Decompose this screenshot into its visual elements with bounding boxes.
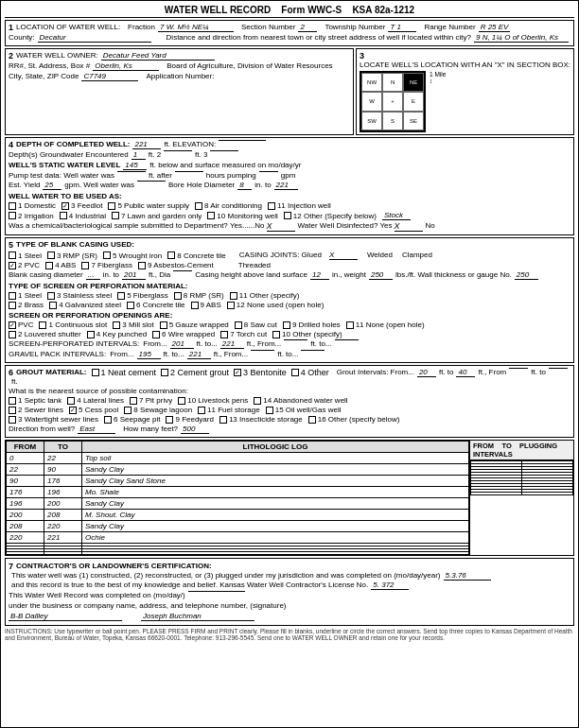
open-cont-slot-label: 1 Continuous slot <box>48 321 107 329</box>
lith-header-from: FROM <box>7 442 44 453</box>
screen-from1: 201 <box>170 339 194 349</box>
use-1-label: 1 Domestic <box>18 201 56 210</box>
screen-to-label: ft. to... <box>197 339 218 348</box>
grout-bentonite-label: 3 Bentonite <box>243 368 287 377</box>
screen-label: TYPE OF SCREEN OR PERFORATION MATERIAL: <box>9 282 187 290</box>
grout-from2 <box>509 368 528 369</box>
casing-fiberglass-label: 7 Fiberglass <box>91 261 132 269</box>
gravel-to-extra-label: ft. to... <box>277 350 298 358</box>
cont-cess: 5 Cess pool <box>69 406 118 414</box>
use-2-item: 2 Irrigation <box>9 211 54 220</box>
screen-fiberglass: 5 Fiberglass <box>117 291 168 300</box>
open-none-cb <box>346 321 354 329</box>
cont-seepage: 6 Seepage pit <box>104 415 160 424</box>
pump-val1 <box>117 171 146 172</box>
lith-row: 022Top soil <box>7 453 469 464</box>
cont-livestock-cb <box>178 397 185 405</box>
instructions: INSTRUCTIONS: Use typewriter or ball poi… <box>5 628 574 641</box>
ft3-label: ft. 3 <box>195 150 207 159</box>
section-7-cert: 7 CONTRACTOR'S OR LANDOWNER'S CERTIFICAT… <box>5 558 574 626</box>
use-10-cb <box>207 212 215 219</box>
township-label: Township Number <box>325 23 385 31</box>
open-gauze-cb <box>160 321 167 329</box>
gravel-to-label: ft. to... <box>164 350 184 358</box>
lith-row: 90176Sandy Clay Sand Stone <box>7 476 469 487</box>
grout-ft2: ft. <box>11 377 18 386</box>
plug-header: FROM TO PLUGGING INTERVALS <box>470 441 573 460</box>
lith-from: 208 <box>7 521 44 532</box>
open-drilled-cb <box>283 321 290 329</box>
lith-to: 208 <box>44 510 82 521</box>
cont-lateral-cb <box>67 397 75 405</box>
cont-seepage-cb <box>104 416 112 424</box>
cont-watertight-label: 3 Watertight sewer lines <box>18 415 98 424</box>
lith-desc: Sandy Clay Sand Stone <box>82 476 469 487</box>
open-louver-cb <box>9 331 16 338</box>
screen-steel: 1 Steel <box>9 291 42 300</box>
lith-to <box>44 552 82 555</box>
use-4-item: 4 Industrial <box>60 211 106 220</box>
section-num-label: Section Number <box>241 23 295 31</box>
screen-steel-label: 1 Steel <box>18 291 42 300</box>
map-e: E <box>403 92 424 111</box>
gravel-from-extra <box>251 350 274 351</box>
section-6-num: 6 <box>9 368 13 377</box>
open-drilled: 9 Drilled holes <box>283 321 341 329</box>
casing-threaded: Threaded <box>238 261 271 269</box>
use-4-label: 4 Industrial <box>69 212 106 220</box>
casing-fiberglass-cb <box>81 262 89 269</box>
screen-galvanized: 4 Galvanized steel <box>49 301 121 309</box>
section-3-title: LOCATE WELL'S LOCATION WITH AN "X" IN SE… <box>360 61 570 69</box>
screen-saw-cut-label: 12 None used (open hole) <box>237 301 325 309</box>
lith-to: 220 <box>44 521 82 532</box>
lith-to: 196 <box>44 487 82 498</box>
disinfected-no: No <box>426 221 435 230</box>
depth-value: 221 <box>132 140 161 149</box>
screen-fiberglass-label: 5 Fiberglass <box>127 291 168 300</box>
open-none-label: 11 None (open hole) <box>356 321 425 329</box>
section-6-title: GROUT MATERIAL: <box>16 368 87 376</box>
cont-septic-cb <box>9 397 16 405</box>
lith-desc: M. Shout. Clay <box>82 510 469 521</box>
how-far-label: How many feet? <box>123 425 178 433</box>
cont-cess-cb <box>69 407 77 414</box>
cont-fuel: 11 Fuel storage <box>198 406 260 414</box>
blank-dia-label: Blank casing diameter <box>9 270 83 279</box>
section-4-title: DEPTH OF COMPLETED WELL: <box>16 140 130 148</box>
casing-concrete: 8 Concrete tile <box>167 251 226 260</box>
blank-dia-value: ... <box>86 270 100 280</box>
open-key-label: 4 Key punched <box>96 330 147 338</box>
screen-type-row2: 2 Brass 4 Galvanized steel 6 Concrete ti… <box>9 301 570 309</box>
groundwater-label: Depth(s) Groundwater Encountered <box>9 150 129 159</box>
map-legend: 1 Mile ↕ <box>430 71 446 132</box>
open-mill-cb <box>113 321 120 329</box>
elevation-value <box>219 140 266 141</box>
screen-steel-cb <box>9 292 16 300</box>
use-5-cb <box>108 202 115 210</box>
cont-abandoned-cb <box>254 397 261 405</box>
license-val: 5. 372 <box>371 581 409 590</box>
screen-fiberglass-cb <box>117 292 125 300</box>
open-torch: 7 Torch cut <box>220 330 267 338</box>
use-10-label: 10 Monitoring well <box>217 212 277 220</box>
lith-header-desc: LITHOLOGIC LOG <box>82 442 469 453</box>
cont-watertight: 3 Watertight sewer lines <box>9 415 98 424</box>
open-cont-slot-cb <box>39 321 46 329</box>
completed-val: 5.3.76 <box>444 571 491 581</box>
map-s: S <box>382 112 403 130</box>
owner-value: Decatur Feed Yard <box>101 51 215 61</box>
screen-rmp-label: 8 RMP (SR) <box>184 291 224 300</box>
static-value: 145 <box>123 161 147 170</box>
open-louver: 2 Louvered shutter <box>9 330 81 338</box>
app-label: Application Number: <box>146 72 214 80</box>
lith-from: 200 <box>7 510 44 521</box>
screen-to-extra <box>335 339 359 340</box>
page-header: WATER WELL RECORD Form WWC-S KSA 82a-121… <box>5 5 574 18</box>
plug-from-header: FROM <box>473 442 494 450</box>
section-1-location: 1 LOCATION OF WATER WELL: Fraction 7 W. … <box>5 20 574 46</box>
pump-gpm-label: gpm <box>281 171 296 180</box>
grout-ft-label: ft., From <box>478 368 506 376</box>
groundwater-val3 <box>210 150 238 151</box>
open-saw-label: 8 Saw cut <box>244 321 277 329</box>
cert-name-val: B-B Dallley <box>9 612 122 621</box>
